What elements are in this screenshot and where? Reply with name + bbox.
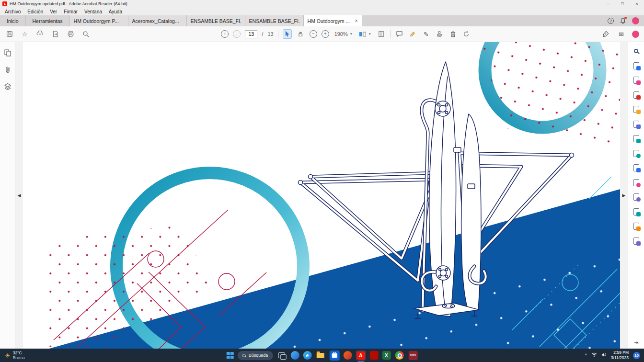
more-tools-icon[interactable] [631,236,641,246]
left-panel-rail [0,42,15,349]
chevron-down-icon: ▼ [368,33,371,35]
export-pdf-icon[interactable] [631,61,641,71]
taskbar-clock[interactable]: 2:59 PM 3/11/2023 [611,350,629,360]
menu-ver[interactable]: Ver [46,9,60,14]
content-area: ◀ [0,42,644,349]
excel-icon[interactable]: X [382,351,391,360]
protect-pdf-icon[interactable] [631,163,641,173]
comment-panel-icon[interactable] [631,104,641,114]
nav-left-icon[interactable]: ◀ [18,193,21,198]
start-button[interactable] [227,352,234,359]
send-mail-icon[interactable]: ✉ [617,29,626,39]
zoom-out-icon[interactable]: − [310,30,317,38]
search-tool-icon[interactable] [631,46,641,56]
file-explorer-icon[interactable] [315,351,325,361]
app-2023-icon[interactable]: 2023 [408,351,417,360]
rotate-page-icon[interactable] [462,29,471,39]
print-icon[interactable] [66,29,75,39]
measure-tool-icon[interactable] [631,207,641,217]
chrome-icon[interactable] [394,351,404,361]
save-icon[interactable] [5,29,14,39]
previous-page-icon[interactable]: ↑ [221,30,229,38]
stamp-tool-icon[interactable] [435,29,444,39]
collapse-panel-icon[interactable]: ⇥ [634,339,638,346]
share-cloud-icon[interactable] [35,29,45,39]
task-view-icon[interactable] [276,351,287,361]
notification-count-badge[interactable]: 10 [633,352,640,359]
menu-edicion[interactable]: Edición [24,9,46,14]
comment-tool-icon[interactable] [395,29,404,39]
weather-temp: 32°C [13,351,25,355]
user-avatar-toolbar[interactable] [632,31,639,38]
next-page-icon[interactable]: ↓ [233,30,241,38]
office-icon[interactable] [343,351,352,360]
highlight-tool-icon[interactable] [408,29,417,39]
maximize-button[interactable]: □ [615,0,630,8]
minimize-button[interactable]: — [601,0,615,8]
favorites-star-icon[interactable]: ☆ [20,29,29,39]
edit-pdf-icon[interactable] [631,75,641,85]
single-page-view-icon[interactable] [377,29,386,39]
draw-tool-icon[interactable]: ✎ [422,29,431,39]
attachments-paperclip-icon[interactable] [4,66,12,75]
widgets-icon[interactable] [290,351,299,360]
help-icon[interactable]: ? [608,18,614,24]
nav-right-icon[interactable]: ▶ [622,193,626,198]
combine-files-icon[interactable] [631,134,641,144]
clock-date: 3/11/2023 [611,355,629,361]
pdf-page-graphic [23,42,620,349]
fill-sign-icon[interactable] [631,119,641,129]
menu-bar: Archivo Edición Ver Firmar Ventana Ayuda [0,8,644,15]
previous-page-strip[interactable]: ◀ [15,42,23,349]
weather-widget[interactable]: ☀ 32°C Bruma [0,351,30,360]
organize-pages-icon[interactable] [631,221,641,231]
notifications-bell-icon[interactable] [620,18,626,24]
menu-firmar[interactable]: Firmar [60,9,81,14]
taskbar-search[interactable]: Búsqueda [238,351,273,360]
menu-ventana[interactable]: Ventana [81,9,105,14]
request-signatures-icon[interactable] [631,192,641,202]
page-thumbnails-icon[interactable] [4,49,12,57]
select-tool-icon[interactable] [283,29,292,39]
zoom-level-select[interactable]: 190% ▼ [334,31,354,37]
taskbar-apps: Búsqueda e A X 2023 [227,351,418,361]
sign-tool-icon[interactable] [631,178,641,188]
page-total: 13 [267,31,273,37]
edge-icon[interactable]: e [303,351,311,360]
divider [278,30,278,38]
hand-tool-icon[interactable] [296,29,305,39]
page-fit-select[interactable]: ▼ [358,31,372,37]
doc-tab-active[interactable]: HM Outdoorgym ... × [304,15,362,26]
pdf-document-page[interactable] [23,42,620,349]
page-number-input[interactable] [245,30,257,38]
volume-icon[interactable] [601,352,607,358]
wifi-icon[interactable] [591,352,597,358]
next-page-strip[interactable]: ▶ [620,42,628,349]
export-doc-icon[interactable] [51,29,60,39]
convert-pdf-icon[interactable] [631,148,641,158]
store-icon[interactable] [329,351,339,361]
layers-icon[interactable] [4,83,12,91]
menu-archivo[interactable]: Archivo [1,9,24,14]
doc-tab-2[interactable]: Aceromex_Catalog... [128,15,187,26]
tab-tools[interactable]: Herramientas [26,15,70,26]
tabbar-right: ? [608,15,644,26]
menu-ayuda[interactable]: Ayuda [105,9,126,14]
create-pdf-icon[interactable] [631,90,641,100]
search-icon[interactable] [81,29,91,39]
acrobat-taskbar-icon[interactable]: A [356,351,366,361]
fill-sign-pen-icon[interactable] [601,29,610,39]
delete-annotation-icon[interactable] [448,29,458,39]
tab-home[interactable]: Inicio [0,15,26,26]
zoom-in-icon[interactable]: + [322,30,329,38]
doc-tab-3[interactable]: ENSAMBLE BASE_FI... [187,15,245,26]
close-button[interactable]: × [630,0,644,8]
adobe-doc-icon[interactable] [369,351,378,360]
tray-chevron-up-icon[interactable]: ^ [585,353,587,358]
search-label: Búsqueda [249,353,268,358]
toolbar-center: ↑ ↓ / 13 − + 190% ▼ ▼ ✎ [221,29,471,39]
tab-close-icon[interactable]: × [355,18,358,23]
user-avatar[interactable] [632,17,639,24]
doc-tab-1[interactable]: HM Outdoorgym P... [70,15,128,26]
doc-tab-4[interactable]: ENSAMBLE BASE_FI... [245,15,304,26]
